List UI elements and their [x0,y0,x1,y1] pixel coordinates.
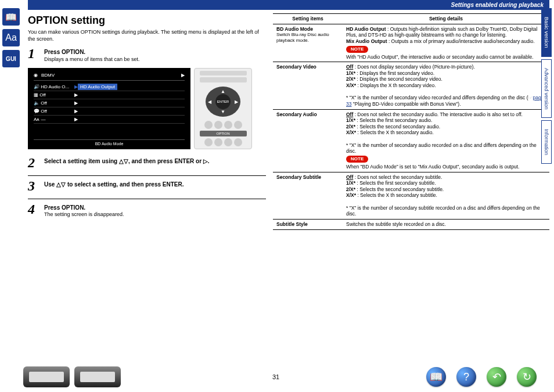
book-icon[interactable]: 📖 [2,8,20,26]
table-row: Secondary Subtitle Off : Does not select… [273,172,549,219]
tab-information[interactable]: Information [541,120,552,164]
back-nav-icon[interactable]: ↶ [487,367,506,387]
osd-preview: ◉ BDMV ▶ 🔊 HD Audio O...▶HD Audio Output… [28,68,266,149]
table-row: Secondary Audio Off : Does not select th… [273,109,549,172]
footer: 31 📖 ? ↶ ↻ [23,366,537,387]
osd-disc-icon: ◉ [34,73,38,78]
step-2: 2 Select a setting item using △▽, and th… [28,155,266,171]
dpad-icon: ENTER ▲ ▼ ◀ ▶ [206,87,240,117]
step-4: 4 Press OPTION.The setting screen is dis… [28,202,266,218]
device-button-1[interactable] [23,366,70,387]
remote-diagram: ENTER ▲ ▼ ◀ ▶ OPTION [194,68,252,149]
table-row: Subtitle Style Switches the subtitle sty… [273,219,549,229]
remote-option-button: OPTION [200,131,247,136]
side-tabs: Basic version Advanced version Informati… [541,8,554,166]
left-sidebar-icons: 📖 Aa GUI [0,0,23,392]
step-1: 1 Press OPTION. Displays a menu of items… [28,46,266,63]
intro-text: You can make various OPTION settings dur… [28,29,266,42]
gui-icon[interactable]: GUI [2,50,20,67]
note-badge: NOTE [346,46,368,53]
table-row: BD Audio ModeSwitch Blu-ray Disc audio p… [273,24,549,62]
header-bar: Settings enabled during playback [28,0,549,10]
help-nav-icon[interactable]: ? [456,367,476,387]
settings-table: Setting items Setting details BD Audio M… [273,13,549,230]
tab-advanced[interactable]: Advanced version [541,59,552,118]
aa-icon[interactable]: Aa [2,29,20,46]
refresh-nav-icon[interactable]: ↻ [517,367,537,387]
table-row: Secondary Video Off : Does not display s… [273,62,549,109]
book-nav-icon[interactable]: 📖 [426,367,446,387]
page-title: OPTION setting [28,15,266,27]
page-link[interactable]: page 33 [346,95,544,107]
step-3: 3 Use △▽ to select a setting, and then p… [28,178,266,194]
note-badge: NOTE [346,156,368,163]
page-number: 31 [125,373,426,380]
device-button-2[interactable] [74,366,121,387]
tab-basic[interactable]: Basic version [541,8,552,57]
